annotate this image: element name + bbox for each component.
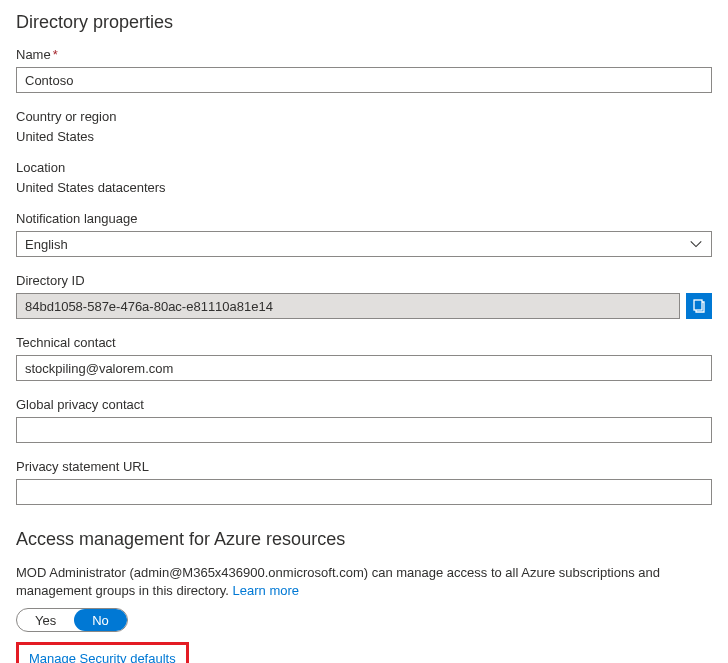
highlight-box: Manage Security defaults — [16, 642, 189, 663]
directory-id-field-group: Directory ID 84bd1058-587e-476a-80ac-e81… — [16, 273, 712, 319]
page-title: Directory properties — [16, 12, 712, 33]
copy-button[interactable] — [686, 293, 712, 319]
global-privacy-label: Global privacy contact — [16, 397, 712, 412]
country-field-group: Country or region United States — [16, 109, 712, 144]
chevron-down-icon — [689, 237, 703, 251]
required-indicator: * — [53, 47, 58, 62]
notification-language-value: English — [25, 237, 68, 252]
manage-security-defaults-link[interactable]: Manage Security defaults — [29, 651, 176, 663]
country-label: Country or region — [16, 109, 712, 124]
global-privacy-input[interactable] — [16, 417, 712, 443]
technical-contact-input[interactable] — [16, 355, 712, 381]
technical-contact-field-group: Technical contact — [16, 335, 712, 381]
access-title: Access management for Azure resources — [16, 529, 712, 550]
directory-id-label: Directory ID — [16, 273, 712, 288]
name-label: Name* — [16, 47, 712, 62]
privacy-url-label: Privacy statement URL — [16, 459, 712, 474]
access-description: MOD Administrator (admin@M365x436900.onm… — [16, 564, 712, 600]
learn-more-link[interactable]: Learn more — [233, 583, 299, 598]
name-field-group: Name* — [16, 47, 712, 93]
global-privacy-field-group: Global privacy contact — [16, 397, 712, 443]
name-label-text: Name — [16, 47, 51, 62]
notification-language-select[interactable]: English — [16, 231, 712, 257]
directory-id-value: 84bd1058-587e-476a-80ac-e81110a81e14 — [16, 293, 680, 319]
access-management-section: Access management for Azure resources MO… — [16, 529, 712, 663]
toggle-no[interactable]: No — [74, 609, 127, 631]
toggle-yes[interactable]: Yes — [17, 609, 74, 631]
privacy-url-field-group: Privacy statement URL — [16, 459, 712, 505]
location-field-group: Location United States datacenters — [16, 160, 712, 195]
copy-icon — [691, 298, 707, 314]
location-value: United States datacenters — [16, 180, 712, 195]
technical-contact-label: Technical contact — [16, 335, 712, 350]
privacy-url-input[interactable] — [16, 479, 712, 505]
access-toggle[interactable]: Yes No — [16, 608, 128, 632]
notification-language-field-group: Notification language English — [16, 211, 712, 257]
name-input[interactable] — [16, 67, 712, 93]
access-description-text: MOD Administrator (admin@M365x436900.onm… — [16, 565, 660, 598]
location-label: Location — [16, 160, 712, 175]
svg-rect-0 — [694, 300, 702, 310]
country-value: United States — [16, 129, 712, 144]
notification-language-label: Notification language — [16, 211, 712, 226]
